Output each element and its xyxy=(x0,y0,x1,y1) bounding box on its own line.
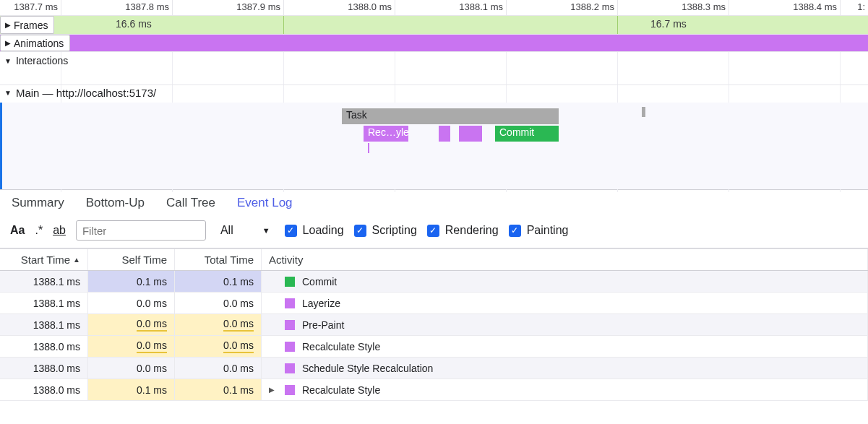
cell-start-time: 1388.1 ms xyxy=(0,293,88,313)
cell-total-time: 0.0 ms xyxy=(175,314,262,335)
ruler-tick-label: 1387.7 ms xyxy=(14,1,61,12)
frame-time-label: 16.6 ms xyxy=(116,18,152,30)
match-case-button[interactable]: Aa xyxy=(10,224,25,237)
regex-button[interactable]: .* xyxy=(35,224,43,237)
col-self-time[interactable]: Self Time xyxy=(88,249,175,270)
table-row[interactable]: 1388.1 ms0.1 ms0.1 msCommit xyxy=(0,271,868,293)
cell-activity: Layerize xyxy=(262,293,868,313)
activity-swatch xyxy=(285,298,295,308)
expand-icon[interactable]: ▶ xyxy=(269,386,278,394)
main-track-header-row[interactable]: ▼ Main — http://localhost:5173/ xyxy=(0,85,868,103)
flame-selection-marker xyxy=(642,107,645,117)
details-tabs: Summary Bottom-Up Call Tree Event Log xyxy=(0,190,868,217)
frame-divider xyxy=(617,16,618,34)
chevron-down-icon: ▼ xyxy=(4,89,12,97)
table-row[interactable]: 1388.1 ms0.0 ms0.0 msPre-Paint xyxy=(0,314,868,336)
table-row[interactable]: 1388.0 ms0.0 ms0.0 msSchedule Style Reca… xyxy=(0,358,868,379)
chevron-right-icon: ▶ xyxy=(5,21,11,29)
painting-checkbox[interactable]: ✓Painting xyxy=(509,224,569,237)
ruler-tick xyxy=(395,0,395,15)
scope-select-label: All xyxy=(220,224,233,237)
animations-track[interactable]: ▶ Animations xyxy=(0,35,868,52)
checkmark-icon: ✓ xyxy=(285,225,297,237)
ruler-tick-label: 1388.1 ms xyxy=(459,1,506,12)
ruler-tick xyxy=(506,0,507,15)
flame-marker xyxy=(368,143,369,153)
table-row[interactable]: 1388.0 ms0.1 ms0.1 ms▶Recalculate Style xyxy=(0,379,868,401)
activity-label: Pre-Paint xyxy=(302,319,344,331)
ruler-tick xyxy=(283,0,284,15)
activity-label: Layerize xyxy=(302,298,340,309)
chevron-right-icon: ▶ xyxy=(5,39,11,47)
rendering-checkbox[interactable]: ✓Rendering xyxy=(427,224,499,237)
cell-total-time: 0.1 ms xyxy=(175,379,262,400)
table-row[interactable]: 1388.1 ms0.0 ms0.0 msLayerize xyxy=(0,293,868,314)
activity-swatch xyxy=(285,320,295,330)
chevron-down-icon: ▼ xyxy=(4,57,12,65)
frames-label: Frames xyxy=(14,20,48,31)
cell-activity: Pre-Paint xyxy=(262,314,868,335)
frame-divider xyxy=(283,16,284,34)
cell-activity: Schedule Style Recalculation xyxy=(262,358,868,378)
time-ruler[interactable]: 1387.7 ms1387.8 ms1387.9 ms1388.0 ms1388… xyxy=(0,0,868,16)
checkmark-icon: ✓ xyxy=(509,225,521,237)
cell-total-time: 0.0 ms xyxy=(175,358,262,378)
activity-label: Recalculate Style xyxy=(302,341,380,352)
activity-swatch xyxy=(285,363,295,373)
scope-select[interactable]: All ▼ xyxy=(216,220,275,241)
activity-swatch xyxy=(285,342,295,352)
event-log-table: Start Time▲ Self Time Total Time Activit… xyxy=(0,248,868,401)
loading-checkbox[interactable]: ✓Loading xyxy=(285,224,344,237)
col-total-time[interactable]: Total Time xyxy=(175,249,262,270)
tab-event-log[interactable]: Event Log xyxy=(237,196,293,210)
col-start-time[interactable]: Start Time▲ xyxy=(0,249,88,270)
animations-background xyxy=(0,35,868,51)
frames-track[interactable]: 16.6 ms16.7 ms ▶ Frames xyxy=(0,16,868,35)
activity-label: Schedule Style Recalculation xyxy=(302,363,433,374)
animations-header[interactable]: ▶ Animations xyxy=(0,35,70,51)
ruler-tick xyxy=(729,0,729,15)
col-activity[interactable]: Activity xyxy=(262,249,868,270)
whole-word-button[interactable]: ab xyxy=(53,224,66,237)
tab-call-tree[interactable]: Call Tree xyxy=(166,196,215,210)
ruler-tick xyxy=(61,0,61,15)
table-header-row: Start Time▲ Self Time Total Time Activit… xyxy=(0,249,868,271)
cell-self-time: 0.1 ms xyxy=(88,271,175,292)
interactions-track[interactable]: ▼ Interactions xyxy=(0,52,868,85)
cell-self-time: 0.0 ms xyxy=(88,314,175,335)
main-track-header[interactable]: ▼ Main — http://localhost:5173/ xyxy=(4,87,156,99)
cell-start-time: 1388.1 ms xyxy=(0,271,88,292)
ruler-tick-label: 1388.3 ms xyxy=(682,1,729,12)
flame-purple-small-2[interactable] xyxy=(459,126,482,142)
cell-total-time: 0.1 ms xyxy=(175,271,262,292)
cell-activity: Recalculate Style xyxy=(262,336,868,357)
frames-header[interactable]: ▶ Frames xyxy=(0,16,54,34)
timeline[interactable]: 1387.7 ms1387.8 ms1387.9 ms1388.0 ms1388… xyxy=(0,0,868,189)
tab-summary[interactable]: Summary xyxy=(12,196,64,210)
cell-self-time: 0.0 ms xyxy=(88,336,175,357)
frame-time-label: 16.7 ms xyxy=(650,18,687,30)
tab-bottom-up[interactable]: Bottom-Up xyxy=(86,196,145,210)
checkmark-icon: ✓ xyxy=(354,225,366,237)
checkmark-icon: ✓ xyxy=(427,225,439,237)
cell-total-time: 0.0 ms xyxy=(175,293,262,313)
table-row[interactable]: 1388.0 ms0.0 ms0.0 msRecalculate Style xyxy=(0,336,868,358)
cell-start-time: 1388.0 ms xyxy=(0,379,88,400)
activity-swatch xyxy=(285,277,295,287)
activity-label: Recalculate Style xyxy=(302,384,380,396)
flame-recalc-style[interactable]: Rec…yle xyxy=(364,126,408,142)
cell-activity: ▶Recalculate Style xyxy=(262,379,868,400)
cell-start-time: 1388.0 ms xyxy=(0,358,88,378)
ruler-tick-label: 1387.8 ms xyxy=(125,1,172,12)
ruler-tick xyxy=(840,0,841,15)
flame-task[interactable]: Task xyxy=(342,108,559,124)
interactions-header[interactable]: ▼ Interactions xyxy=(4,55,68,66)
sort-asc-icon: ▲ xyxy=(73,256,80,264)
scripting-checkbox[interactable]: ✓Scripting xyxy=(354,224,417,237)
ruler-tick xyxy=(172,0,173,15)
flame-commit[interactable]: Commit xyxy=(495,126,559,142)
flame-chart[interactable]: Task Rec…yle Commit xyxy=(0,103,868,189)
filter-input[interactable] xyxy=(76,220,206,241)
flame-purple-small-1[interactable] xyxy=(439,126,450,142)
animations-label: Animations xyxy=(14,38,64,49)
